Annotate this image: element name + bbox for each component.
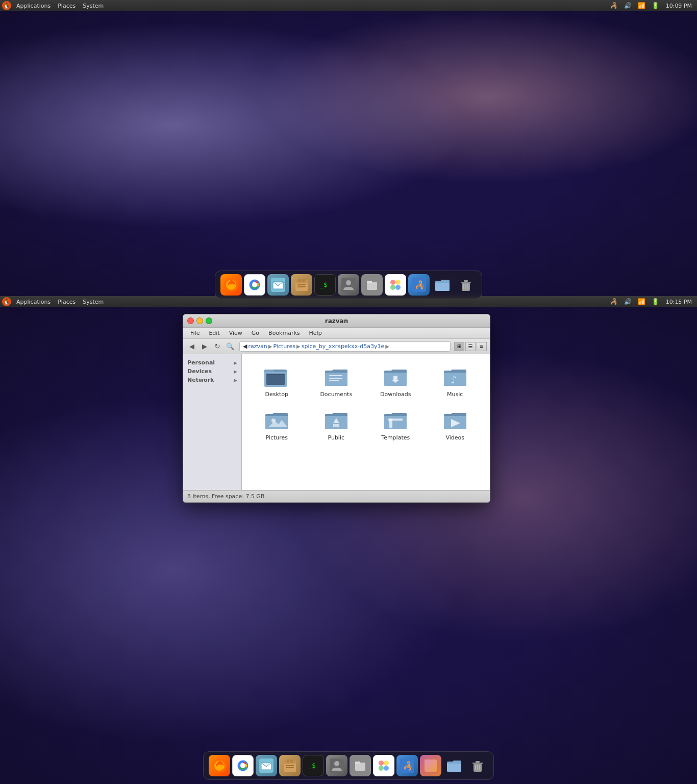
dock-color-top[interactable] <box>385 274 406 296</box>
panel-menu-applications-1[interactable]: Applications <box>13 2 54 10</box>
fm-file-music[interactable]: ♪ Music <box>427 360 484 402</box>
svg-point-64 <box>379 761 384 766</box>
svg-text:_$: _$ <box>320 281 327 288</box>
fm-menu-edit[interactable]: Edit <box>205 329 223 337</box>
panel-right-2: 🦂 🔊 📶 🔋 10:15 PM <box>609 298 697 306</box>
fm-file-templates[interactable]: Templates <box>367 404 425 445</box>
fm-sidebar-personal-arrow: ▶ <box>234 360 237 365</box>
svg-point-4 <box>252 282 257 287</box>
dock-stinger-top[interactable]: 🦂 <box>408 274 430 296</box>
breadcrumb-toggle[interactable]: ◀ <box>243 343 247 350</box>
dock-color-bottom[interactable] <box>373 755 394 776</box>
fm-file-pictures[interactable]: Pictures <box>248 404 306 445</box>
fm-sidebar-network-label: Network <box>187 377 214 383</box>
dock-account-top[interactable] <box>338 274 359 296</box>
dock-trash-bottom[interactable] <box>467 755 488 776</box>
panel-wifi-icon-2[interactable]: 📶 <box>636 298 647 306</box>
fm-search-btn[interactable]: 🔍 <box>225 341 236 352</box>
panel-menu-places-1[interactable]: Places <box>55 2 79 10</box>
panel-volume-icon-2[interactable]: 🔊 <box>623 298 633 306</box>
panel-menu-places-2[interactable]: Places <box>55 298 79 306</box>
fm-menu-go[interactable]: Go <box>247 329 263 337</box>
dock-firefox-bottom[interactable] <box>209 755 230 776</box>
window-minimize-btn[interactable] <box>196 317 203 324</box>
fm-folder-icon-templates <box>383 408 408 432</box>
dock-account-bottom[interactable] <box>326 755 347 776</box>
dock-top: _$ 🦂 <box>215 271 482 299</box>
dock-archive-top[interactable] <box>291 274 312 296</box>
panel-wifi-icon-1[interactable]: 📶 <box>636 2 647 10</box>
svg-rect-11 <box>297 286 306 287</box>
fm-file-desktop[interactable]: Desktop <box>248 360 306 402</box>
breadcrumb-spice[interactable]: spice_by_xxrapekxx-d5a3y1e <box>302 343 384 350</box>
fm-content: Desktop Documents <box>242 354 490 490</box>
fm-folder-icon-downloads <box>383 364 408 389</box>
panel-menu-system-2[interactable]: System <box>80 298 107 306</box>
fm-file-downloads[interactable]: Downloads <box>367 360 425 402</box>
file-manager-window: razvan File Edit View Go Bookmarks Help … <box>183 314 490 503</box>
dock-folder-bottom[interactable] <box>443 755 465 776</box>
svg-rect-17 <box>367 282 377 290</box>
window-close-btn[interactable] <box>187 317 194 324</box>
svg-rect-43 <box>388 419 403 421</box>
dock-terminal-top[interactable]: _$ <box>314 274 336 296</box>
fm-menu-help[interactable]: Help <box>305 329 326 337</box>
fm-file-public[interactable]: Public <box>308 404 365 445</box>
fm-view-buttons: ⊞ ☰ ≡ <box>454 342 487 351</box>
panel-menu-system-1[interactable]: System <box>80 2 107 10</box>
dock-files-bottom[interactable] <box>350 755 371 776</box>
svg-rect-19 <box>388 278 403 292</box>
svg-rect-52 <box>287 760 289 763</box>
fm-file-videos[interactable]: Videos <box>427 404 484 445</box>
dock-stinger-bottom[interactable]: 🦂 <box>396 755 418 776</box>
panel-time-2: 10:15 PM <box>664 299 694 305</box>
dock-folder-top[interactable] <box>432 274 453 296</box>
fm-back-btn[interactable]: ◀ <box>186 341 197 352</box>
fm-sidebar-network-arrow: ▶ <box>234 378 237 383</box>
breadcrumb-razvan[interactable]: razvan <box>248 343 267 350</box>
dock-files-top[interactable] <box>361 274 383 296</box>
panel-distro-icon-1: 🐧 <box>2 1 11 10</box>
dock-mail-bottom[interactable] <box>256 755 277 776</box>
dock-mail-top[interactable] <box>267 274 289 296</box>
fm-file-name-templates: Templates <box>381 434 410 441</box>
panel-battery-icon-2[interactable]: 🔋 <box>650 298 661 306</box>
panel-volume-icon-1[interactable]: 🔊 <box>623 2 633 10</box>
svg-text:♪: ♪ <box>451 374 457 386</box>
svg-point-59 <box>334 761 339 766</box>
panel-battery-icon-1[interactable]: 🔋 <box>650 2 661 10</box>
panel-left-2: 🐧 Applications Places System <box>0 297 107 306</box>
dock-wallpaper-bottom[interactable] <box>420 755 441 776</box>
svg-rect-35 <box>266 374 285 385</box>
fm-icon-view-btn[interactable]: ⊞ <box>454 342 464 351</box>
fm-file-name-pictures: Pictures <box>265 434 288 441</box>
fm-menu-bookmarks[interactable]: Bookmarks <box>264 329 304 337</box>
dock-terminal-bottom[interactable]: _$ <box>303 755 324 776</box>
dock-firefox-top[interactable] <box>220 274 242 296</box>
fm-sidebar-section-personal[interactable]: Personal ▶ <box>183 358 241 367</box>
fm-file-documents[interactable]: Documents <box>308 360 365 402</box>
window-maximize-btn[interactable] <box>206 317 212 324</box>
fm-forward-btn[interactable]: ▶ <box>199 341 210 352</box>
fm-menu-file[interactable]: File <box>186 329 204 337</box>
panel-menu-applications-2[interactable]: Applications <box>13 298 54 306</box>
fm-sidebar-section-devices[interactable]: Devices ▶ <box>183 367 241 376</box>
fm-list-view-btn[interactable]: ☰ <box>465 342 476 351</box>
fm-menu-view[interactable]: View <box>225 329 246 337</box>
svg-rect-27 <box>461 282 471 283</box>
panel-running-app-icon-2[interactable]: 🦂 <box>609 298 619 306</box>
fm-reload-btn[interactable]: ↻ <box>212 341 223 352</box>
svg-rect-38 <box>329 378 342 379</box>
top-panel-1: 🐧 Applications Places System 🦂 🔊 📶 🔋 10:… <box>0 0 697 11</box>
dock-chrome-top[interactable] <box>244 274 265 296</box>
dock-chrome-bottom[interactable] <box>232 755 254 776</box>
svg-rect-74 <box>476 761 480 763</box>
dock-archive-bottom[interactable] <box>279 755 301 776</box>
breadcrumb-pictures[interactable]: Pictures <box>273 343 295 350</box>
fm-compact-view-btn[interactable]: ≡ <box>477 342 487 351</box>
svg-rect-7 <box>295 280 308 283</box>
fm-file-name-videos: Videos <box>445 434 464 441</box>
dock-trash-top[interactable] <box>455 274 477 296</box>
fm-sidebar-section-network[interactable]: Network ▶ <box>183 376 241 384</box>
panel-running-app-icon-1[interactable]: 🦂 <box>609 2 619 10</box>
